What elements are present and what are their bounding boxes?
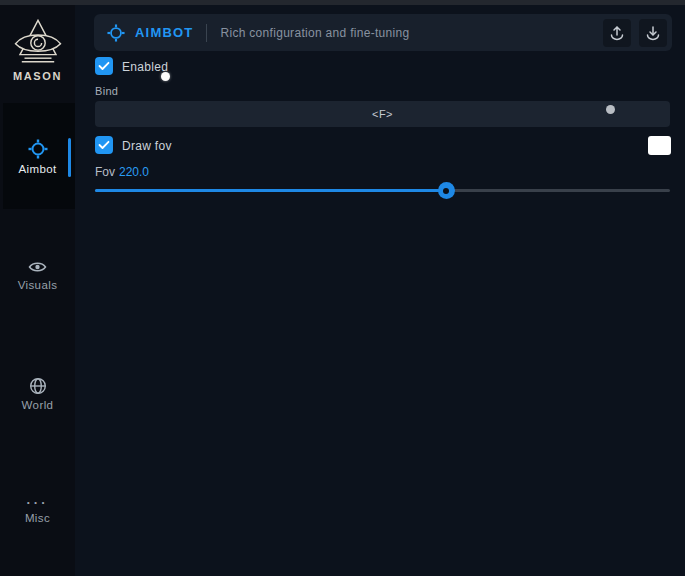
ellipsis-icon: ··· — [0, 498, 75, 508]
sidebar-item-visuals[interactable]: Visuals — [0, 259, 75, 291]
eye-icon — [0, 259, 75, 275]
draw-fov-checkbox[interactable] — [95, 136, 113, 154]
upload-icon — [609, 25, 625, 41]
sidebar-item-misc[interactable]: ··· Misc — [0, 498, 75, 524]
fov-value: 220.0 — [119, 165, 149, 179]
sidebar-item-label: Misc — [0, 512, 75, 524]
sidebar-item-label: Visuals — [0, 279, 75, 291]
sidebar-item-aimbot[interactable]: Aimbot — [0, 139, 75, 175]
slider-fill — [95, 189, 446, 192]
draw-fov-label: Draw fov — [122, 139, 172, 153]
globe-icon — [0, 377, 75, 395]
download-config-button[interactable] — [639, 19, 667, 47]
fov-label: Fov — [95, 165, 115, 179]
sidebar-item-label: Aimbot — [0, 163, 75, 175]
mouse-cursor-dot — [161, 72, 170, 81]
eye-pyramid-logo-icon — [11, 16, 65, 68]
brand-name: MASON — [0, 70, 75, 82]
crosshair-icon — [0, 139, 75, 159]
slider-thumb[interactable] — [438, 182, 455, 199]
page-subtitle: Rich configuration and fine-tuning — [220, 26, 409, 40]
fov-color-picker[interactable] — [648, 136, 671, 155]
check-icon — [98, 140, 110, 150]
crosshair-icon — [107, 24, 125, 42]
page-title: AIMBOT — [135, 25, 193, 40]
slider-thumb-core — [443, 188, 449, 194]
header-actions — [603, 19, 667, 47]
upload-config-button[interactable] — [603, 19, 631, 47]
app-window: MASON Aimbot — [0, 0, 685, 576]
sidebar-item-world[interactable]: World — [0, 377, 75, 411]
enabled-label: Enabled — [122, 60, 168, 74]
bind-input[interactable] — [95, 101, 670, 127]
header-divider — [206, 24, 207, 42]
page-header: AIMBOT Rich configuration and fine-tunin… — [94, 14, 672, 51]
download-icon — [645, 25, 661, 41]
sidebar-item-label: World — [0, 399, 75, 411]
enabled-checkbox[interactable] — [95, 57, 113, 75]
check-icon — [98, 61, 110, 71]
bind-label: Bind — [95, 85, 118, 97]
sidebar: MASON Aimbot — [0, 0, 75, 576]
brand-logo: MASON — [0, 16, 75, 82]
window-top-strip — [0, 0, 685, 5]
fov-slider[interactable] — [95, 182, 670, 199]
fov-readout: Fov220.0 — [95, 165, 149, 179]
small-dot — [606, 105, 615, 114]
